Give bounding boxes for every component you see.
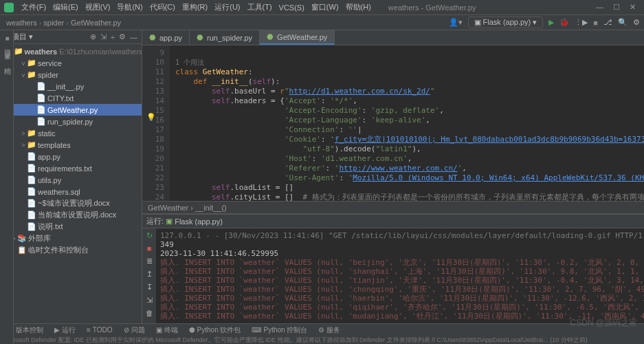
locate-icon[interactable]: ⊕	[90, 32, 96, 41]
tree-item[interactable]: 📄run_spider.py	[1, 116, 142, 127]
user-icon[interactable]: 👤▾	[449, 18, 463, 27]
export-icon[interactable]: ⇲	[146, 296, 153, 305]
tw-problems[interactable]: ⊘ 问题	[118, 325, 151, 335]
down-stack-icon[interactable]: ↧	[146, 283, 153, 292]
editor-tabs: ⬣app.py ⬣run_spider.py ⬣GetWeather.py	[142, 30, 644, 45]
tree-item[interactable]: 📄当前城市设置说明.docx	[1, 209, 142, 221]
run-header-label: 运行:	[146, 216, 164, 226]
tab-app[interactable]: ⬣app.py	[142, 30, 190, 45]
collapse-icon[interactable]: ÷	[111, 33, 115, 41]
run-side-toolbar: ↻ ■ ≣ ↥ ↧ ⇲ 🗑	[142, 228, 156, 323]
tree-item[interactable]: 📄app.py	[1, 151, 142, 162]
run-tool-window: 运行: ▣ Flask (app.py) ⚙ — ↻ ■ ≣ ↥ ↧ ⇲ 🗑 1…	[142, 213, 644, 323]
toolwin-bar: ⎇ 版本控制 ▶ 运行 ≡ TODO ⊘ 问题 ▣ 终端 ⬢ Python 软件…	[0, 323, 644, 336]
crumb-root[interactable]: weathers	[4, 19, 39, 27]
tree-item[interactable]: 📋临时文件和控制台	[1, 244, 142, 256]
settings-icon[interactable]: ⚙	[633, 18, 640, 27]
code-area[interactable]: 1 个用法class GetWeather: def __init__(self…	[170, 45, 644, 201]
menu-help[interactable]: 帮助(H)	[342, 1, 375, 14]
tree-item[interactable]: 📄GetWeather.py	[1, 104, 142, 116]
project-panel: ■ 项目 ▾ ⊕ ⇲ ÷ ⚙ — v📁weathers E:\01zhuomia…	[1, 30, 142, 323]
menu-window[interactable]: 窗口(W)	[308, 1, 342, 14]
tree-item[interactable]: 📄CITY.txt	[1, 92, 142, 104]
tw-python-console[interactable]: ⌨ Python 控制台	[246, 325, 313, 335]
menu-view[interactable]: 视图(V)	[82, 1, 114, 14]
tree-item[interactable]: v📁spider	[1, 69, 142, 80]
tree-item[interactable]: >📁templates	[1, 139, 142, 151]
search-icon[interactable]: 🔍	[618, 18, 628, 27]
menu-refactor[interactable]: 重构(R)	[179, 1, 211, 14]
code-editor[interactable]: 910111213141516171819202122232425 1 个用法c…	[142, 45, 644, 201]
run-config-selector[interactable]: ▣ Flask (app.py) ▾	[468, 17, 544, 28]
window-title: weathers - GetWeather.py	[375, 3, 596, 12]
up-stack-icon[interactable]: ↥	[146, 270, 153, 279]
layout-icon[interactable]: ≣	[146, 257, 153, 266]
menu-tools[interactable]: 工具(T)	[244, 1, 276, 14]
menu-code[interactable]: 代码(C)	[146, 1, 179, 14]
tw-services[interactable]: ⚙ 服务	[313, 325, 346, 335]
tree-item[interactable]: >📁static	[1, 127, 142, 139]
tree-item[interactable]: 📄__init__.py	[1, 80, 142, 92]
run-header-config[interactable]: Flask (app.py)	[175, 217, 223, 226]
rerun-icon[interactable]: ↻	[146, 231, 153, 240]
tree-item[interactable]: 📄~$城市设置说明.docx	[1, 197, 142, 209]
tree-item[interactable]: >📚外部库	[1, 233, 142, 244]
left-strip-structure[interactable]: ▣ 结构	[1, 52, 12, 62]
crumb-file[interactable]: GetWeather.py	[69, 19, 123, 27]
maximize-icon[interactable]: ☐	[613, 3, 620, 12]
stop-button-icon[interactable]: ■	[593, 19, 598, 27]
debug-button-icon[interactable]: 🐞	[559, 18, 569, 27]
expand-icon[interactable]: ⇲	[100, 32, 107, 41]
tw-todo[interactable]: ≡ TODO	[81, 326, 118, 334]
tab-getweather[interactable]: ⬣GetWeather.py	[260, 30, 335, 45]
menu-file[interactable]: 文件(F)	[18, 1, 49, 14]
editor-breadcrumb[interactable]: GetWeather › __init__()	[142, 201, 644, 213]
tree-item[interactable]: v📁service	[1, 57, 142, 69]
stop-icon[interactable]: ■	[147, 244, 152, 252]
menu-edit[interactable]: 编辑(E)	[49, 1, 82, 14]
nav-toolbar: weathers› spider› GetWeather.py 👤▾ ▣ Fla…	[0, 15, 644, 30]
left-strip-project[interactable]: ■ 项目	[1, 34, 12, 44]
hide-panel-icon[interactable]: —	[130, 33, 137, 41]
minimize-icon[interactable]: ―	[596, 3, 603, 12]
status-bar: Microsoft Defender 配置: IDE 已检测到用于实时保护的 M…	[0, 336, 644, 344]
tw-run[interactable]: ▶ 运行	[49, 325, 81, 335]
title-bar: 文件(F) 编辑(E) 视图(V) 导航(N) 代码(C) 重构(R) 运行(U…	[0, 0, 644, 15]
intention-bulb-icon[interactable]: 💡	[146, 113, 156, 122]
tw-terminal[interactable]: ▣ 终端	[151, 325, 184, 335]
tab-run-spider[interactable]: ⬣run_spider.py	[190, 30, 260, 45]
tw-python-packages[interactable]: ⬢ Python 软件包	[184, 325, 247, 335]
menu-vcs[interactable]: VCS(S)	[276, 2, 308, 13]
crumb-folder[interactable]: spider	[41, 19, 66, 27]
tree-item[interactable]: 📄requirements.txt	[1, 162, 142, 174]
watermark: CSDN @源码之家	[570, 317, 637, 329]
console-output[interactable]: 127.0.0.1 - - [30/Nov/2023 11:41:46] "GE…	[156, 228, 644, 323]
tree-item[interactable]: 📄weathers.sql	[1, 186, 142, 197]
status-message[interactable]: Microsoft Defender 配置: IDE 已检测到用于实时保护的 M…	[4, 336, 588, 344]
menu-navigate[interactable]: 导航(N)	[113, 1, 146, 14]
close-icon[interactable]: ✕	[630, 3, 636, 12]
line-gutter: 910111213141516171819202122232425	[142, 45, 170, 201]
app-logo-icon	[4, 3, 14, 12]
tree-item[interactable]: 📄说明.txt	[1, 221, 142, 233]
git-icon[interactable]: ⎇	[603, 18, 612, 27]
run-button-icon[interactable]: ▶	[548, 18, 554, 27]
trash-icon[interactable]: 🗑	[146, 309, 153, 317]
project-tree[interactable]: v📁weathers E:\01zhuomian\weathers v📁serv…	[1, 44, 142, 323]
more-run-icon[interactable]: ⋮▶	[575, 18, 588, 27]
menu-run[interactable]: 运行(U)	[211, 1, 243, 14]
tree-item[interactable]: 📄utils.py	[1, 174, 142, 186]
panel-settings-icon[interactable]: ⚙	[119, 32, 126, 41]
